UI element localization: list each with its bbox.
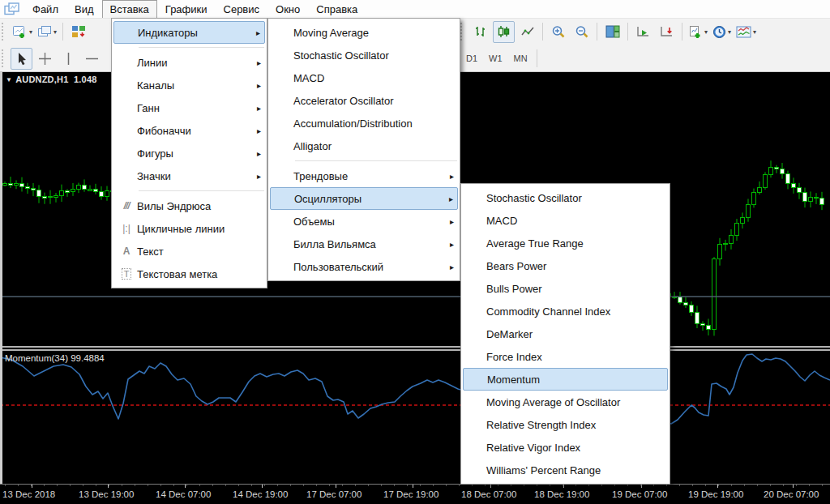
- line-chart-button[interactable]: [516, 21, 538, 43]
- menu-item-label: Stochastic Oscillator: [293, 49, 454, 62]
- menu-item[interactable]: Билла Вильямса▸: [268, 233, 460, 255]
- zoom-in-button[interactable]: [547, 21, 569, 43]
- time-axis-minor-tick: [757, 485, 758, 486]
- menu-item[interactable]: AТекст: [112, 240, 267, 263]
- menu-item[interactable]: Relative Strength Index: [461, 413, 670, 436]
- dropdown-arrow-icon[interactable]: ▾: [53, 28, 57, 36]
- menu-item[interactable]: Commodity Channel Index: [461, 300, 670, 322]
- auto-scroll-button[interactable]: [632, 21, 654, 43]
- time-axis-minor-tick: [537, 485, 537, 486]
- menu-item[interactable]: Momentum: [463, 368, 668, 391]
- menu-item[interactable]: Moving Average: [268, 21, 460, 44]
- momentum-indicator-chart[interactable]: [0, 351, 830, 484]
- candlestick-chart-icon: [497, 25, 511, 38]
- menu-item[interactable]: Accumulation/Distribution: [268, 112, 460, 135]
- menu-item[interactable]: Average True Range: [461, 232, 670, 254]
- menu-item[interactable]: Stochastic Oscillator: [461, 186, 670, 209]
- menu-item-label: Фигуры: [137, 147, 250, 160]
- dropdown-arrow-icon[interactable]: ▾: [753, 28, 756, 36]
- menu-item[interactable]: Объемы▸: [268, 210, 460, 233]
- menu-item[interactable]: Relative Vigor Index: [461, 436, 670, 459]
- chart-profiles-button[interactable]: ▾: [36, 21, 58, 43]
- menu-item[interactable]: Трендовые▸: [268, 164, 460, 187]
- menu-item[interactable]: MACD: [268, 66, 460, 89]
- menu-item[interactable]: Индикаторы▸: [113, 21, 265, 44]
- menubar-item[interactable]: Графики: [157, 0, 216, 18]
- menubar-item[interactable]: Окно: [267, 0, 308, 18]
- menu-item[interactable]: ///Вилы Эндрюса: [112, 194, 267, 217]
- menu-item[interactable]: Williams' Percent Range: [461, 459, 670, 481]
- chart-profiles-icon: [37, 25, 52, 38]
- pane-separator[interactable]: [2, 346, 830, 351]
- menu-item[interactable]: Фибоначчи▸: [112, 119, 267, 142]
- chart-symbol-label: ▼AUDNZD,H1 1.048: [6, 75, 97, 84]
- menu-item[interactable]: Accelerator Oscillator: [268, 89, 460, 112]
- zoom-out-button[interactable]: [571, 21, 593, 43]
- menu-separator: [139, 190, 264, 191]
- time-axis-minor-tick: [679, 485, 680, 486]
- menu-item[interactable]: |:|Цикличные линии: [112, 217, 267, 240]
- candlestick-chart-button[interactable]: [493, 21, 515, 43]
- timeframe-MN[interactable]: MN: [509, 50, 533, 66]
- menu-item[interactable]: Значки▸: [112, 164, 267, 187]
- menu-item[interactable]: Moving Average of Oscillator: [461, 391, 670, 413]
- periods-button[interactable]: ▾: [711, 21, 733, 43]
- toolbar-separator: [682, 23, 682, 41]
- time-axis[interactable]: 13 Dec 201813 Dec 19:0014 Dec 07:0014 De…: [0, 484, 830, 504]
- submenu-arrow-icon: ▸: [256, 28, 260, 37]
- menu-item[interactable]: Пользовательский▸: [268, 255, 460, 278]
- menu-item-label: Каналы: [137, 79, 250, 92]
- timeframe-W1[interactable]: W1: [484, 50, 507, 66]
- vertical-line-button[interactable]: [58, 48, 79, 70]
- add-indicator-button[interactable]: ▾: [687, 21, 709, 43]
- toolbar-separator: [597, 23, 597, 41]
- chart-shift-button[interactable]: [656, 21, 678, 43]
- time-axis-minor-tick: [135, 485, 135, 486]
- menu-item[interactable]: Bulls Power: [461, 277, 670, 300]
- menu-item[interactable]: DeMarker: [461, 322, 670, 345]
- horizontal-line-button[interactable]: [81, 48, 103, 70]
- menubar-item[interactable]: Файл: [24, 0, 66, 18]
- submenu-arrow-icon: ▸: [257, 81, 261, 90]
- menu-item-label: Линии: [137, 57, 250, 69]
- cursor-button[interactable]: [11, 48, 32, 70]
- toolbar-drag-handle[interactable]: [460, 23, 465, 41]
- time-axis-minor-tick: [718, 485, 719, 486]
- menu-item[interactable]: Каналы▸: [112, 74, 267, 96]
- time-axis-minor-tick: [588, 485, 589, 486]
- menu-item[interactable]: Осцилляторы▸: [270, 187, 458, 210]
- menu-item[interactable]: MACD: [461, 209, 670, 232]
- menu-item[interactable]: Stochastic Oscillator: [268, 44, 460, 66]
- menubar-item[interactable]: Вставка: [102, 0, 157, 18]
- symbol-dropdown-icon[interactable]: ▼: [6, 76, 12, 83]
- menu-item-label: Цикличные линии: [137, 223, 261, 235]
- tile-windows-button[interactable]: [601, 21, 623, 43]
- toolbar-drag-handle[interactable]: [2, 23, 6, 41]
- market-watch-button[interactable]: [67, 21, 89, 43]
- toolbar-drag-handle[interactable]: [2, 49, 6, 67]
- menu-item[interactable]: Фигуры▸: [112, 142, 267, 164]
- bar-chart-button[interactable]: [469, 21, 491, 43]
- dropdown-arrow-icon[interactable]: ▾: [29, 28, 32, 36]
- menu-item[interactable]: Ганн▸: [112, 96, 267, 119]
- time-axis-minor-tick: [122, 485, 122, 486]
- menu-item[interactable]: Линии▸: [112, 51, 267, 74]
- time-axis-label: 17 Dec 07:00: [306, 489, 362, 499]
- menubar-item[interactable]: Вид: [66, 0, 102, 18]
- menubar-item[interactable]: Сервис: [216, 0, 268, 18]
- new-chart-button[interactable]: ▾: [11, 21, 34, 43]
- cycle-lines-icon: |:|: [116, 223, 137, 234]
- dropdown-arrow-icon[interactable]: ▾: [704, 28, 708, 36]
- menu-item[interactable]: Bears Power: [461, 254, 670, 277]
- menu-item[interactable]: Force Index: [461, 345, 670, 368]
- text-tool-icon: A: [116, 246, 137, 257]
- submenu-arrow-icon: ▸: [257, 58, 261, 67]
- timeframe-D1[interactable]: D1: [461, 50, 482, 66]
- templates-button[interactable]: ▾: [734, 21, 758, 43]
- crosshair-button[interactable]: [34, 48, 56, 70]
- dropdown-arrow-icon[interactable]: ▾: [728, 28, 731, 36]
- menubar-item[interactable]: Справка: [308, 0, 366, 18]
- menu-item[interactable]: TТекстовая метка: [112, 263, 267, 285]
- menu-item[interactable]: Alligator: [268, 135, 460, 157]
- submenu-arrow-icon: ▸: [257, 104, 261, 113]
